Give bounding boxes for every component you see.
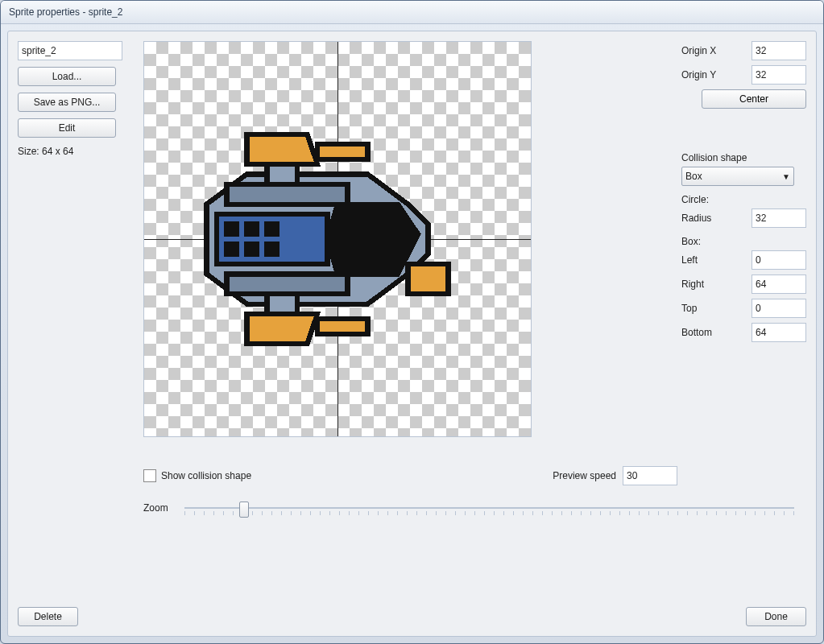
done-button[interactable]: Done	[746, 607, 806, 626]
sprite-properties-window: Sprite properties - sprite_2 Load... Sav…	[0, 0, 824, 644]
box-bottom-label: Bottom	[681, 327, 747, 338]
svg-rect-3	[408, 264, 449, 294]
left-panel: Load... Save as PNG... Edit Size: 64 x 6…	[18, 41, 130, 157]
load-button[interactable]: Load...	[18, 67, 116, 86]
sprite-name-input[interactable]	[18, 41, 122, 60]
center-origin-button[interactable]: Center	[702, 89, 806, 109]
svg-rect-1	[317, 144, 368, 159]
radius-input[interactable]	[752, 208, 806, 228]
origin-x-input[interactable]	[752, 41, 806, 60]
box-section-label: Box:	[681, 236, 806, 247]
box-top-label: Top	[681, 303, 747, 314]
preview-controls: Show collision shape Preview speed Zoom	[143, 466, 806, 516]
window-title: Sprite properties - sprite_2	[9, 6, 122, 18]
preview-speed-input[interactable]	[623, 466, 677, 485]
chevron-down-icon: ▼	[782, 172, 790, 181]
collision-shape-dropdown[interactable]: Box ▼	[681, 167, 794, 186]
save-png-button[interactable]: Save as PNG...	[18, 93, 116, 112]
box-left-input[interactable]	[752, 250, 806, 270]
titlebar[interactable]: Sprite properties - sprite_2	[1, 1, 823, 24]
zoom-label: Zoom	[143, 502, 168, 514]
box-right-label: Right	[681, 279, 747, 290]
svg-rect-0	[217, 214, 328, 264]
origin-y-label: Origin Y	[681, 69, 747, 80]
circle-section-label: Circle:	[681, 194, 806, 205]
show-collision-label: Show collision shape	[161, 470, 251, 481]
canvas-panel	[143, 41, 530, 456]
edit-button[interactable]: Edit	[18, 118, 116, 138]
right-panel: Origin X Origin Y Center Collision shape…	[681, 41, 806, 347]
delete-button[interactable]: Delete	[18, 607, 78, 626]
svg-rect-2	[317, 319, 368, 334]
origin-y-input[interactable]	[752, 65, 806, 85]
show-collision-checkbox[interactable]	[143, 469, 156, 482]
footer: Delete Done	[18, 607, 806, 626]
sprite-canvas[interactable]	[143, 41, 532, 437]
radius-label: Radius	[681, 213, 747, 224]
origin-x-label: Origin X	[681, 45, 747, 56]
box-right-input[interactable]	[752, 275, 806, 294]
size-label: Size: 64 x 64	[18, 146, 130, 157]
collision-shape-value: Box	[685, 171, 702, 182]
box-bottom-input[interactable]	[752, 323, 806, 342]
collision-shape-title: Collision shape	[681, 152, 806, 163]
client-area: Load... Save as PNG... Edit Size: 64 x 6…	[7, 31, 817, 637]
sprite-preview-image	[176, 114, 499, 364]
zoom-slider[interactable]	[184, 500, 794, 516]
box-top-input[interactable]	[752, 299, 806, 318]
preview-speed-label: Preview speed	[553, 470, 616, 481]
box-left-label: Left	[681, 254, 747, 266]
zoom-slider-thumb[interactable]	[239, 502, 249, 518]
